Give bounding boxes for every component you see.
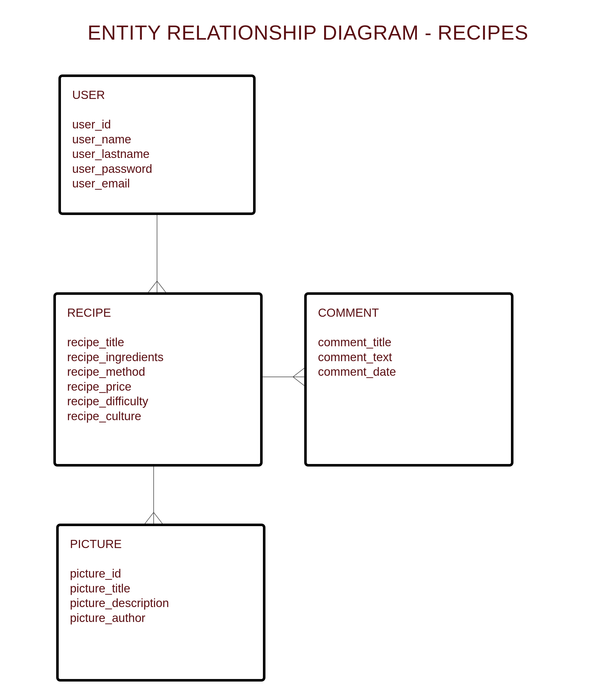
connector-recipe-comment bbox=[262, 376, 296, 377]
entity-recipe-field: recipe_ingredients bbox=[67, 350, 249, 365]
entity-user-name: USER bbox=[72, 88, 242, 102]
entity-recipe-name: RECIPE bbox=[67, 306, 249, 320]
svg-line-3 bbox=[293, 368, 304, 377]
entity-picture-field: picture_title bbox=[70, 581, 252, 596]
entity-recipe-field: recipe_title bbox=[67, 335, 249, 350]
entity-user: USER user_id user_name user_lastname use… bbox=[58, 74, 256, 215]
entity-comment-field: comment_text bbox=[318, 350, 500, 365]
svg-line-6 bbox=[145, 513, 154, 523]
entity-recipe: RECIPE recipe_title recipe_ingredients r… bbox=[54, 292, 262, 466]
entity-user-field: user_lastname bbox=[72, 147, 242, 162]
diagram-title: ENTITY RELATIONSHIP DIAGRAM - RECIPES bbox=[0, 21, 616, 44]
entity-user-field: user_name bbox=[72, 132, 242, 147]
entity-recipe-field: recipe_difficulty bbox=[67, 394, 249, 409]
entity-comment-field: comment_date bbox=[318, 365, 500, 380]
entity-user-field: user_email bbox=[72, 176, 242, 191]
entity-user-field: user_id bbox=[72, 117, 242, 132]
svg-line-0 bbox=[148, 281, 157, 292]
entity-recipe-field: recipe_method bbox=[67, 365, 249, 380]
entity-comment: COMMENT comment_title comment_text comme… bbox=[304, 292, 513, 466]
entity-comment-name: COMMENT bbox=[318, 306, 500, 320]
entity-picture-name: PICTURE bbox=[70, 537, 252, 551]
entity-picture-field: picture_description bbox=[70, 596, 252, 611]
crowfoot-icon bbox=[145, 513, 162, 523]
svg-line-7 bbox=[154, 513, 162, 523]
entity-comment-field: comment_title bbox=[318, 335, 500, 350]
crowfoot-icon bbox=[293, 368, 304, 386]
svg-line-4 bbox=[293, 377, 304, 386]
entity-picture-field: picture_id bbox=[70, 566, 252, 581]
connector-recipe-picture bbox=[153, 466, 154, 515]
entity-picture: PICTURE picture_id picture_title picture… bbox=[56, 523, 266, 682]
entity-recipe-field: recipe_culture bbox=[67, 409, 249, 424]
connector-user-recipe bbox=[157, 215, 157, 284]
entity-recipe-field: recipe_price bbox=[67, 380, 249, 394]
crowfoot-icon bbox=[148, 281, 166, 292]
entity-picture-field: picture_author bbox=[70, 611, 252, 626]
entity-user-field: user_password bbox=[72, 162, 242, 177]
svg-line-1 bbox=[157, 281, 166, 292]
